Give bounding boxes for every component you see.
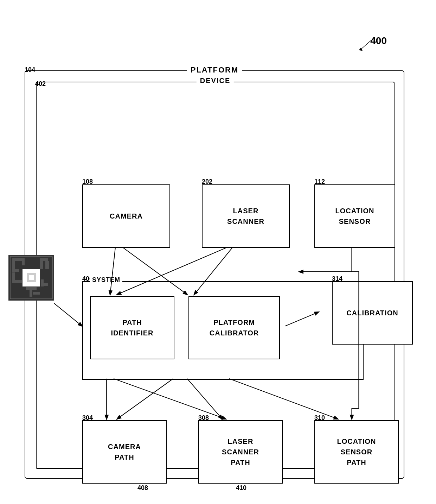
platform-label: PLATFORM (187, 65, 242, 75)
svg-rect-6 (15, 258, 22, 261)
svg-rect-21 (29, 275, 34, 280)
svg-rect-8 (12, 269, 19, 272)
location-sensor-box: LOCATIONSENSOR (314, 184, 395, 248)
calibration-target (8, 255, 54, 301)
camera-path-label: CAMERAPATH (83, 421, 166, 483)
system-box: SYSTEM 408 PATHIDENTIFIER 410 PLATFORMCA… (82, 281, 364, 380)
svg-rect-18 (33, 292, 40, 295)
svg-rect-13 (45, 261, 49, 269)
svg-line-32 (187, 379, 222, 419)
laser-scanner-path-label: LASERSCANNERPATH (199, 421, 282, 483)
label-402: 402 (35, 80, 46, 88)
platform-box: PLATFORM DEVICE 108 CAMERA 202 LASERSCAN… (25, 70, 404, 479)
location-sensor-path-box: LOCATIONSENSORPATH (314, 420, 399, 484)
platform-calibrator-label: PLATFORMCALIBRATOR (189, 297, 279, 359)
svg-line-0 (360, 40, 371, 50)
svg-rect-17 (30, 290, 32, 297)
svg-rect-9 (12, 272, 15, 283)
svg-line-28 (54, 303, 82, 326)
device-box: DEVICE 108 CAMERA 202 LASERSCANNER 112 L… (36, 82, 395, 469)
laser-scanner-box: LASERSCANNER (202, 184, 290, 248)
svg-rect-5 (12, 258, 15, 269)
laser-scanner-path-box: LASERSCANNERPATH (198, 420, 283, 484)
camera-path-box: CAMERAPATH (82, 420, 167, 484)
platform-calibrator-box: PLATFORMCALIBRATOR (188, 296, 280, 359)
label-408: 408 (137, 484, 148, 492)
calibration-box: CALIBRATION (332, 281, 413, 345)
calibration-label: CALIBRATION (333, 282, 412, 344)
label-410: 410 (236, 484, 246, 492)
path-identifier-label: PATHIDENTIFIER (91, 297, 174, 359)
svg-line-30 (114, 379, 226, 419)
location-sensor-path-label: LOCATIONSENSORPATH (315, 421, 398, 483)
svg-line-33 (229, 379, 338, 419)
camera-box: CAMERA (82, 184, 170, 248)
location-sensor-label: LOCATIONSENSOR (315, 185, 395, 247)
figure-arrow (355, 39, 376, 53)
svg-rect-15 (41, 283, 48, 286)
svg-rect-10 (15, 280, 22, 283)
svg-rect-12 (41, 258, 48, 261)
laser-scanner-label: LASERSCANNER (203, 185, 289, 247)
device-label: DEVICE (197, 77, 234, 85)
path-identifier-box: PATHIDENTIFIER (90, 296, 174, 359)
svg-rect-7 (22, 258, 25, 265)
svg-rect-16 (26, 287, 37, 290)
svg-line-31 (117, 379, 173, 419)
camera-label: CAMERA (83, 185, 169, 247)
system-label: SYSTEM (90, 276, 122, 284)
